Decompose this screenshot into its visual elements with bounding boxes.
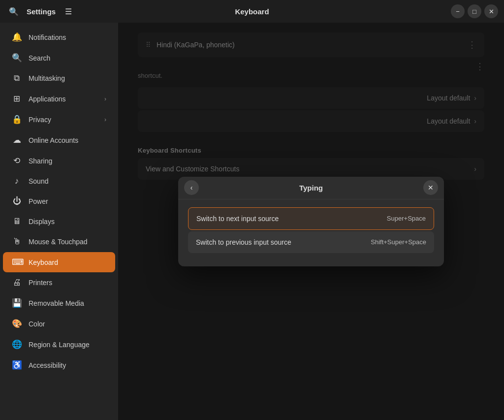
shortcut-action-next: Switch to next input source: [196, 215, 279, 223]
sidebar-item-mouse-touchpad[interactable]: 🖱Mouse & Touchpad: [3, 232, 115, 252]
app-title: Settings: [27, 7, 56, 16]
sidebar-item-sharing[interactable]: ⟲Sharing: [3, 151, 115, 171]
titlebar-left: 🔍 Settings ☰: [6, 3, 76, 19]
dialog-title: Typing: [299, 184, 323, 192]
sidebar-label-accessibility: Accessibility: [29, 361, 66, 369]
shortcut-key-prev: Shift+Super+Space: [371, 238, 426, 246]
sidebar-label-privacy: Privacy: [29, 116, 51, 124]
sidebar-item-removable-media[interactable]: 💾Removable Media: [3, 293, 115, 313]
window-controls: − □ ✕: [451, 4, 498, 18]
sidebar-item-online-accounts[interactable]: ☁Online Accounts: [3, 130, 115, 150]
sidebar-label-displays: Displays: [29, 218, 55, 226]
removable-media-icon: 💾: [12, 298, 22, 308]
sidebar-item-region-language[interactable]: 🌐Region & Language: [3, 334, 115, 355]
sidebar-item-keyboard[interactable]: ⌨Keyboard: [3, 252, 115, 272]
keyboard-icon: ⌨: [12, 257, 22, 267]
sidebar-item-color[interactable]: 🎨Color: [3, 314, 115, 334]
sidebar-label-printers: Printers: [29, 279, 52, 287]
sidebar-item-printers[interactable]: 🖨Printers: [3, 273, 115, 292]
dialog-titlebar: ‹ Typing ✕: [178, 177, 444, 199]
app-layout: 🔔Notifications🔍Search⧉Multitasking⊞Appli…: [0, 23, 504, 420]
typing-dialog: ‹ Typing ✕ Switch to next input source S…: [178, 177, 444, 266]
sidebar-item-sound[interactable]: ♪Sound: [3, 171, 115, 191]
sidebar-label-keyboard: Keyboard: [29, 258, 58, 266]
sound-icon: ♪: [12, 176, 22, 186]
sidebar-item-applications[interactable]: ⊞Applications›: [3, 89, 115, 109]
sidebar-item-accessibility[interactable]: ♿Accessibility: [3, 355, 115, 375]
sidebar: 🔔Notifications🔍Search⧉Multitasking⊞Appli…: [0, 23, 118, 420]
sidebar-label-notifications: Notifications: [29, 33, 66, 41]
close-button[interactable]: ✕: [484, 4, 498, 18]
minimize-button[interactable]: −: [451, 4, 465, 18]
shortcut-row-switch-next[interactable]: Switch to next input source Super+Space: [188, 207, 434, 230]
sidebar-label-search: Search: [29, 54, 50, 62]
maximize-icon: □: [472, 8, 476, 15]
region-language-icon: 🌐: [12, 339, 22, 350]
sharing-icon: ⟲: [12, 156, 22, 166]
main-content: ⠿ Hindi (KaGaPa, phonetic) ⋮ ⋮ shortcut.…: [118, 23, 504, 420]
hamburger-button[interactable]: ☰: [61, 3, 76, 19]
sidebar-label-region-language: Region & Language: [29, 341, 90, 349]
mouse-touchpad-icon: 🖱: [12, 237, 22, 247]
applications-icon: ⊞: [12, 94, 22, 104]
dialog-close-icon: ✕: [428, 184, 434, 192]
titlebar-search-button[interactable]: 🔍: [6, 3, 22, 19]
multitasking-icon: ⧉: [12, 73, 22, 83]
shortcut-action-prev: Switch to previous input source: [196, 238, 291, 246]
privacy-icon: 🔒: [12, 114, 22, 125]
dialog-close-button[interactable]: ✕: [423, 180, 438, 195]
sidebar-item-multitasking[interactable]: ⧉Multitasking: [3, 68, 115, 88]
privacy-chevron-icon: ›: [104, 116, 106, 123]
sidebar-label-sound: Sound: [29, 177, 48, 185]
online-accounts-icon: ☁: [12, 135, 22, 145]
sidebar-label-online-accounts: Online Accounts: [29, 136, 78, 144]
window-title: Keyboard: [235, 7, 269, 16]
sidebar-label-applications: Applications: [29, 95, 66, 103]
sidebar-label-color: Color: [29, 320, 45, 328]
sidebar-label-power: Power: [29, 197, 48, 205]
close-icon: ✕: [489, 8, 494, 15]
hamburger-icon: ☰: [65, 7, 72, 16]
dialog-back-button[interactable]: ‹: [184, 180, 199, 195]
dialog-content: Switch to next input source Super+Space …: [178, 199, 444, 266]
titlebar: 🔍 Settings ☰ Keyboard − □ ✕: [0, 0, 504, 23]
sidebar-item-displays[interactable]: 🖥Displays: [3, 212, 115, 231]
power-icon: ⏻: [12, 196, 22, 206]
color-icon: 🎨: [12, 319, 22, 329]
displays-icon: 🖥: [12, 217, 22, 226]
printers-icon: 🖨: [12, 278, 22, 288]
back-icon: ‹: [190, 184, 193, 192]
search-icon: 🔍: [9, 7, 19, 16]
shortcut-key-next: Super+Space: [387, 215, 426, 222]
notifications-icon: 🔔: [12, 32, 22, 42]
sidebar-item-notifications[interactable]: 🔔Notifications: [3, 27, 115, 47]
shortcut-row-switch-prev[interactable]: Switch to previous input source Shift+Su…: [188, 231, 434, 253]
applications-chevron-icon: ›: [104, 96, 106, 102]
sidebar-label-mouse-touchpad: Mouse & Touchpad: [29, 238, 88, 246]
sidebar-label-sharing: Sharing: [29, 157, 52, 165]
maximize-button[interactable]: □: [468, 4, 481, 18]
sidebar-item-power[interactable]: ⏻Power: [3, 192, 115, 211]
modal-overlay: ‹ Typing ✕ Switch to next input source S…: [118, 23, 504, 420]
accessibility-icon: ♿: [12, 360, 22, 370]
sidebar-item-search[interactable]: 🔍Search: [3, 48, 115, 68]
sidebar-label-multitasking: Multitasking: [29, 74, 65, 82]
sidebar-item-privacy[interactable]: 🔒Privacy›: [3, 109, 115, 129]
sidebar-label-removable-media: Removable Media: [29, 299, 84, 307]
search-icon: 🔍: [12, 53, 22, 63]
minimize-icon: −: [456, 8, 460, 15]
